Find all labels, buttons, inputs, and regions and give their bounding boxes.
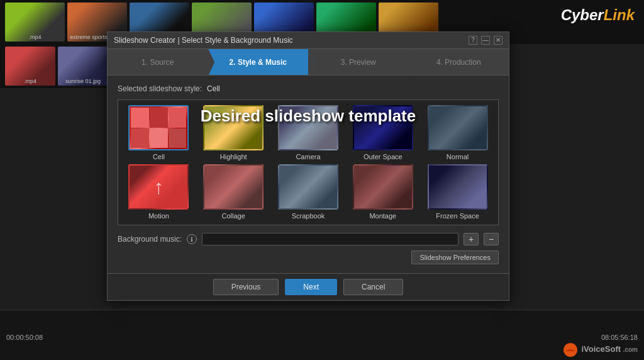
preferences-row: Slideshow Preferences (118, 250, 499, 264)
style-item-highlight[interactable]: Highlight (198, 105, 269, 160)
style-item-motion[interactable]: ↑ Motion (123, 164, 194, 220)
timeline-time-left: 00:00:50:08 (6, 334, 43, 341)
dialog-help-button[interactable]: ? (469, 36, 477, 45)
thumb-row2-label-1: .mp4 (5, 78, 55, 84)
second-thumbnail-strip: .mp4 sunrise 01.jpg (0, 44, 113, 88)
selected-style-row: Selected slideshow style: Cell (118, 84, 499, 93)
style-thumb-cell (128, 105, 189, 150)
motion-arrow-icon: ↑ (153, 176, 164, 199)
cyber-text: Cyber (561, 6, 604, 23)
style-item-montage[interactable]: Montage (347, 164, 418, 220)
dialog-titlebar: Slideshow Creator | Select Style & Backg… (108, 32, 509, 49)
thumb-row2-label-2: sunrise 01.jpg (58, 78, 108, 84)
thumb-row2-1: .mp4 (5, 47, 55, 86)
music-add-button[interactable]: + (464, 233, 479, 245)
style-thumb-montage (353, 164, 413, 210)
next-button[interactable]: Next (285, 279, 337, 295)
style-name-collage: Collage (222, 212, 245, 220)
style-name-normal: Normal (447, 153, 469, 160)
style-item-outerspace[interactable]: Outer Space (347, 105, 418, 160)
wizard-steps: 1. Source 2. Style & Music 3. Preview 4.… (108, 49, 509, 76)
style-thumb-motion: ↑ (128, 164, 189, 210)
dialog-minimize-button[interactable]: — (481, 36, 490, 45)
music-track-bar (202, 233, 458, 245)
style-item-frozenspace[interactable]: Frozen Space (422, 164, 493, 220)
selected-style-value: Cell (207, 84, 220, 93)
style-name-montage: Montage (369, 212, 396, 220)
timeline: 00:00:50:08 08:05:56:18 (0, 310, 644, 360)
style-item-scrapbook[interactable]: Scrapbook (273, 164, 344, 220)
thumb-label-1: .mp4 (5, 34, 65, 40)
music-info-icon[interactable]: ℹ (187, 234, 197, 244)
style-item-cell[interactable]: Cell (123, 105, 194, 160)
dialog-close-button[interactable]: ✕ (494, 36, 502, 45)
dialog-footer: Previous Next Cancel (108, 273, 509, 300)
style-name-frozenspace: Frozen Space (436, 212, 479, 220)
timeline-time-right: 08:05:56:18 (601, 334, 638, 341)
style-name-highlight: Highlight (220, 153, 247, 160)
slideshow-creator-dialog: Slideshow Creator | Select Style & Backg… (107, 31, 509, 301)
style-thumb-camera (278, 105, 338, 150)
wizard-step-production[interactable]: 4. Production (409, 49, 509, 75)
style-name-outerspace: Outer Space (364, 153, 402, 160)
music-section: Background music: ℹ + − (118, 233, 499, 245)
style-name-scrapbook: Scrapbook (292, 212, 325, 220)
style-thumb-outerspace (353, 105, 413, 150)
wizard-step-style-music[interactable]: 2. Style & Music (208, 49, 309, 75)
cyberlink-logo: CyberLink (561, 6, 635, 24)
style-item-collage[interactable]: Collage (198, 164, 269, 220)
style-item-normal[interactable]: Normal (422, 105, 493, 160)
style-thumb-scrapbook (278, 164, 338, 210)
music-remove-button[interactable]: − (484, 233, 499, 245)
cancel-button[interactable]: Cancel (343, 279, 403, 295)
style-thumb-normal (428, 105, 488, 150)
selected-style-label: Selected slideshow style: (118, 84, 202, 93)
watermark-text: iVoiceSoft .com (581, 344, 638, 354)
style-name-motion: Motion (148, 212, 169, 220)
music-label: Background music: (118, 235, 182, 244)
style-grid: Cell Highlight Camera Outer Space (123, 105, 493, 220)
previous-button[interactable]: Previous (213, 279, 279, 295)
style-name-camera: Camera (296, 153, 320, 160)
style-thumb-frozenspace (428, 164, 488, 210)
dialog-controls: ? — ✕ (469, 36, 502, 45)
dialog-title: Slideshow Creator | Select Style & Backg… (114, 36, 293, 45)
watermark: iVoiceSoft .com (564, 343, 638, 357)
wizard-step-source[interactable]: 1. Source (108, 49, 208, 75)
link-text: Link (604, 6, 635, 23)
watermark-logo-icon (564, 343, 577, 357)
thumbnail-1: .mp4 (5, 3, 65, 42)
wizard-step-preview[interactable]: 3. Preview (308, 49, 409, 75)
style-grid-container[interactable]: Desired slideshow template (118, 99, 499, 225)
style-thumb-collage (203, 164, 264, 210)
slideshow-preferences-button[interactable]: Slideshow Preferences (411, 250, 499, 264)
style-item-camera[interactable]: Camera (273, 105, 344, 160)
dialog-content: Selected slideshow style: Cell Desired s… (108, 76, 509, 273)
style-thumb-highlight (203, 105, 264, 150)
thumb-row2-2: sunrise 01.jpg (58, 47, 108, 86)
style-name-cell: Cell (153, 153, 165, 160)
